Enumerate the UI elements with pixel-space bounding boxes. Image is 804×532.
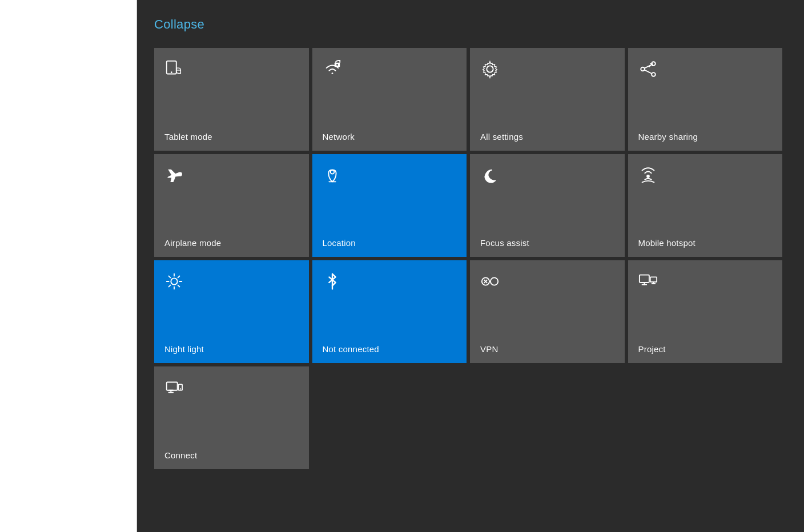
collapse-button[interactable]: Collapse	[154, 17, 204, 32]
nearby-sharing-icon	[638, 59, 773, 82]
tile-tablet-mode[interactable]: Tablet mode	[154, 48, 309, 151]
focus-assist-label: Focus assist	[480, 238, 614, 248]
connect-label: Connect	[164, 450, 299, 460]
svg-rect-37	[167, 382, 178, 390]
nearby-sharing-label: Nearby sharing	[638, 132, 773, 142]
connect-icon	[164, 378, 299, 400]
network-label: Network	[323, 132, 457, 142]
svg-rect-33	[650, 277, 656, 282]
airplane-mode-label: Airplane mode	[164, 238, 299, 248]
svg-point-13	[646, 175, 650, 178]
tile-nearby-sharing[interactable]: Nearby sharing	[628, 48, 783, 151]
vpn-label: VPN	[480, 344, 614, 354]
tile-connect[interactable]: Connect	[154, 366, 309, 469]
hotspot-icon	[638, 166, 773, 188]
svg-line-22	[169, 285, 171, 287]
vpn-icon	[480, 272, 614, 294]
tablet-mode-label: Tablet mode	[164, 132, 299, 142]
tile-location[interactable]: Location	[312, 154, 467, 257]
project-icon	[638, 272, 773, 294]
project-label: Project	[638, 344, 773, 354]
main-panel: Collapse Tablet mode	[137, 0, 804, 532]
svg-line-19	[169, 276, 171, 278]
tablet-mode-icon	[164, 59, 299, 82]
tiles-grid: Tablet mode Network	[154, 48, 782, 469]
svg-line-21	[178, 276, 180, 278]
moon-icon	[480, 166, 614, 188]
tile-vpn[interactable]: VPN	[470, 260, 625, 363]
tile-bluetooth[interactable]: Not connected	[312, 260, 467, 363]
location-label: Location	[323, 238, 457, 248]
tile-airplane-mode[interactable]: Airplane mode	[154, 154, 309, 257]
mobile-hotspot-label: Mobile hotspot	[638, 238, 773, 248]
svg-point-1	[171, 71, 172, 73]
left-panel	[0, 0, 137, 532]
network-icon	[323, 59, 457, 82]
all-settings-label: All settings	[480, 132, 614, 142]
svg-point-11	[330, 170, 334, 174]
location-icon	[323, 166, 457, 188]
tile-mobile-hotspot[interactable]: Mobile hotspot	[628, 154, 783, 257]
tile-all-settings[interactable]: All settings	[470, 48, 625, 151]
svg-line-10	[644, 70, 652, 74]
night-light-label: Night light	[164, 344, 299, 354]
svg-point-25	[491, 277, 498, 285]
svg-rect-29	[639, 275, 649, 283]
gear-icon	[480, 59, 614, 82]
svg-line-20	[178, 285, 180, 287]
bluetooth-icon	[323, 272, 457, 294]
tile-focus-assist[interactable]: Focus assist	[470, 154, 625, 257]
airplane-icon	[164, 166, 299, 188]
tile-project[interactable]: Project	[628, 260, 783, 363]
night-light-icon	[164, 272, 299, 294]
svg-point-14	[171, 278, 177, 284]
tile-network[interactable]: Network	[312, 48, 467, 151]
bluetooth-label: Not connected	[323, 344, 457, 354]
svg-point-8	[641, 67, 645, 71]
svg-point-7	[652, 72, 656, 76]
tile-night-light[interactable]: Night light	[154, 260, 309, 363]
